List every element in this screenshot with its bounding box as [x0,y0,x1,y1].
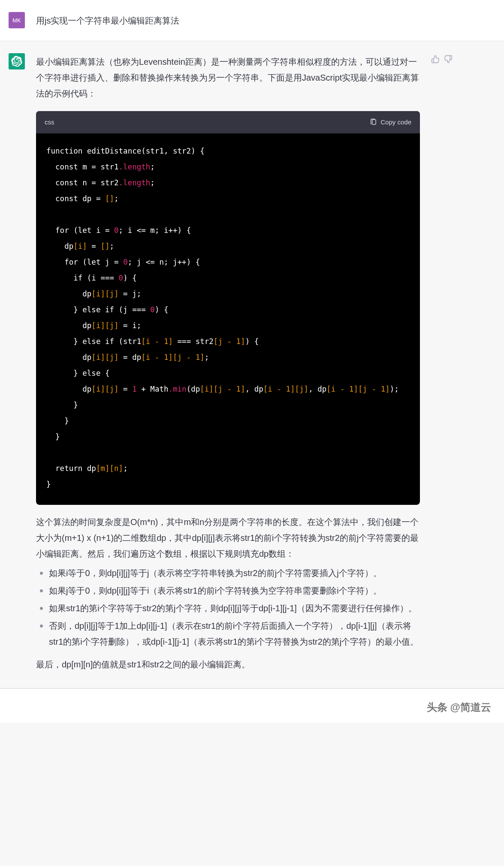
assistant-avatar [9,53,25,69]
user-message-row: MK 用js实现一个字符串最小编辑距离算法 [0,0,504,41]
assistant-content: 最小编辑距离算法（也称为Levenshtein距离）是一种测量两个字符串相似程度… [36,53,420,676]
conclusion-paragraph: 最后，dp[m][n]的值就是str1和str2之间的最小编辑距离。 [36,657,420,673]
intro-paragraph: 最小编辑距离算法（也称为Levenshtein距离）是一种测量两个字符串相似程度… [36,54,420,102]
code-language-label: css [45,116,54,128]
list-item: 如果j等于0，则dp[i][j]等于i（表示将str1的前i个字符转换为空字符串… [49,583,420,599]
explanation-list: 如果i等于0，则dp[i][j]等于j（表示将空字符串转换为str2的前j个字符… [36,565,420,650]
svg-rect-0 [372,120,376,124]
feedback-actions [431,53,453,676]
watermark-bar: 头条 @简道云 [0,688,504,723]
copy-code-button[interactable]: Copy code [370,116,411,128]
code-pre: function editDistance(str1, str2) { cons… [36,133,420,505]
list-item: 如果str1的第i个字符等于str2的第j个字符，则dp[i][j]等于dp[i… [49,600,420,616]
explanation-paragraph: 这个算法的时间复杂度是O(m*n)，其中m和n分别是两个字符串的长度。在这个算法… [36,514,420,562]
watermark-text: 头条 @简道云 [427,700,491,714]
user-avatar: MK [9,12,25,28]
code-block: css Copy code function editDistance(str1… [36,111,420,505]
thumbs-down-icon[interactable] [444,55,453,63]
code-content: function editDistance(str1, str2) { cons… [46,147,399,489]
assistant-message-row: 最小编辑距离算法（也称为Levenshtein距离）是一种测量两个字符串相似程度… [0,41,504,688]
copy-code-label: Copy code [380,116,411,128]
thumbs-up-icon[interactable] [431,55,440,63]
list-item: 否则，dp[i][j]等于1加上dp[i][j-1]（表示在str1的前i个字符… [49,618,420,650]
user-message-text: 用js实现一个字符串最小编辑距离算法 [36,12,453,29]
code-header: css Copy code [36,111,420,133]
clipboard-icon [370,118,377,126]
list-item: 如果i等于0，则dp[i][j]等于j（表示将空字符串转换为str2的前j个字符… [49,565,420,581]
